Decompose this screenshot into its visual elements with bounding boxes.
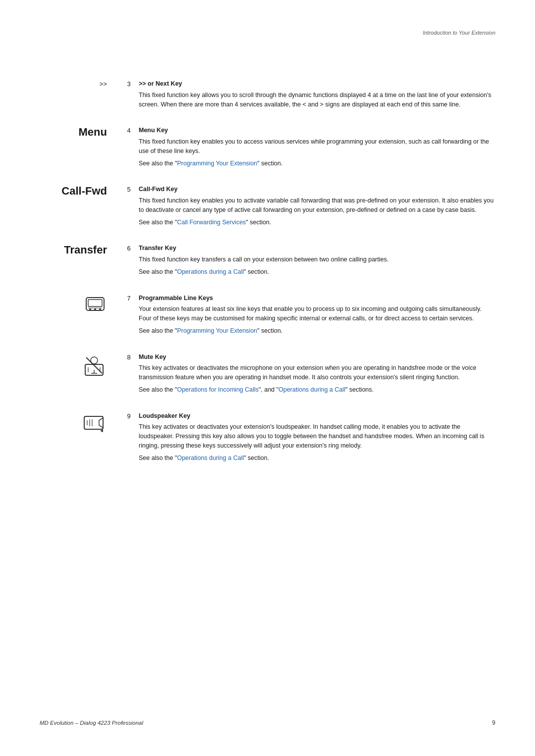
- call-fwd-body: Call-Fwd Key This fixed function key ena…: [139, 185, 495, 230]
- entry-loudspeaker: ◄ 9 Loudspeaker Key This key activates o…: [40, 411, 495, 466]
- entry-number-4: 4: [119, 126, 139, 134]
- next-key-symbol: >>: [100, 80, 107, 88]
- svg-marker-14: [99, 418, 103, 428]
- transfer-label: Transfer: [40, 244, 119, 256]
- entry-number-5: 5: [119, 185, 139, 193]
- entry-number-6: 6: [119, 244, 139, 252]
- next-key-body: >> or Next Key This fixed function key a…: [139, 79, 495, 112]
- entry-number-3: 3: [119, 79, 139, 88]
- entry-call-fwd: Call-Fwd 5 Call-Fwd Key This fixed funct…: [40, 185, 495, 230]
- transfer-body: Transfer Key This fixed function key tra…: [139, 244, 495, 279]
- header-note: Introduction to Your Extension: [423, 30, 495, 36]
- content-area: >> 3 >> or Next Key This fixed function …: [40, 79, 495, 465]
- next-key-label: >>: [40, 79, 119, 88]
- svg-rect-1: [88, 300, 102, 306]
- page: Introduction to Your Extension >> 3 >> o…: [0, 0, 535, 756]
- link-operations-incoming[interactable]: Operations for Incoming Calls: [177, 386, 259, 393]
- menu-key-body: Menu Key This fixed function key enables…: [139, 126, 495, 171]
- entry-menu-key: Menu 4 Menu Key This fixed function key …: [40, 126, 495, 171]
- menu-key-desc: This fixed function key enables you to a…: [139, 137, 495, 156]
- loudspeaker-icon: ◄: [81, 412, 107, 434]
- loudspeaker-title: Loudspeaker Key: [139, 411, 495, 421]
- call-fwd-title: Call-Fwd Key: [139, 185, 495, 194]
- svg-point-5: [99, 308, 101, 310]
- entry-next-key: >> 3 >> or Next Key This fixed function …: [40, 79, 495, 112]
- programmable-desc: Your extension features at least six lin…: [139, 304, 495, 323]
- footer-page-number: 9: [492, 719, 495, 726]
- link-operations-call-1[interactable]: Operations during a Call: [177, 268, 244, 275]
- footer-title: MD Evolution – Dialog 4223 Professional: [40, 720, 143, 726]
- programmable-icon-area: [40, 294, 119, 313]
- mute-body: Mute Key This key activates or deactivat…: [139, 353, 495, 398]
- menu-key-label: Menu: [40, 126, 119, 139]
- link-operations-call-3[interactable]: Operations during a Call: [177, 454, 244, 461]
- entry-transfer: Transfer 6 Transfer Key This fixed funct…: [40, 244, 495, 279]
- programmable-body: Programmable Line Keys Your extension fe…: [139, 294, 495, 339]
- link-operations-call-2[interactable]: Operations during a Call: [278, 386, 345, 393]
- loudspeaker-see-also: See also the "Operations during a Call" …: [139, 454, 495, 463]
- entry-mute: 8 Mute Key This key activates or deactiv…: [40, 353, 495, 398]
- next-key-title: >> or Next Key: [139, 79, 495, 89]
- transfer-title: Transfer Key: [139, 244, 495, 253]
- call-fwd-desc: This fixed function key enables you to a…: [139, 196, 495, 215]
- svg-point-3: [89, 308, 91, 310]
- programmable-title: Programmable Line Keys: [139, 294, 495, 303]
- call-fwd-see-also: See also the "Call Forwarding Services" …: [139, 218, 495, 227]
- mute-icon: [81, 353, 107, 379]
- menu-key-see-also: See also the "Programming Your Extension…: [139, 159, 495, 168]
- next-key-desc: This fixed function key allows you to sc…: [139, 91, 495, 109]
- loudspeaker-body: Loudspeaker Key This key activates or de…: [139, 411, 495, 466]
- loudspeaker-icon-area: ◄: [40, 411, 119, 434]
- link-call-forwarding[interactable]: Call Forwarding Services: [177, 219, 246, 226]
- svg-text:◄: ◄: [99, 428, 104, 433]
- link-programming-ext-1[interactable]: Programming Your Extension: [177, 160, 257, 167]
- programmable-icon: [83, 295, 107, 313]
- entry-programmable: 7 Programmable Line Keys Your extension …: [40, 294, 495, 339]
- programmable-see-also: See also the "Programming Your Extension…: [139, 326, 495, 336]
- link-programming-ext-2[interactable]: Programming Your Extension: [177, 327, 257, 334]
- svg-point-4: [94, 308, 96, 310]
- mute-desc: This key activates or deactivates the mi…: [139, 363, 495, 382]
- page-footer: MD Evolution – Dialog 4223 Professional …: [0, 719, 535, 726]
- loudspeaker-desc: This key activates or deactivates your e…: [139, 422, 495, 450]
- call-fwd-label: Call-Fwd: [40, 185, 119, 198]
- entry-number-9: 9: [119, 411, 139, 420]
- entry-number-8: 8: [119, 353, 139, 361]
- mute-see-also: See also the "Operations for Incoming Ca…: [139, 385, 495, 395]
- transfer-desc: This fixed function key transfers a call…: [139, 255, 495, 264]
- mute-icon-area: [40, 353, 119, 379]
- menu-key-title: Menu Key: [139, 126, 495, 135]
- transfer-see-also: See also the "Operations during a Call" …: [139, 267, 495, 277]
- entry-number-7: 7: [119, 294, 139, 302]
- mute-title: Mute Key: [139, 353, 495, 362]
